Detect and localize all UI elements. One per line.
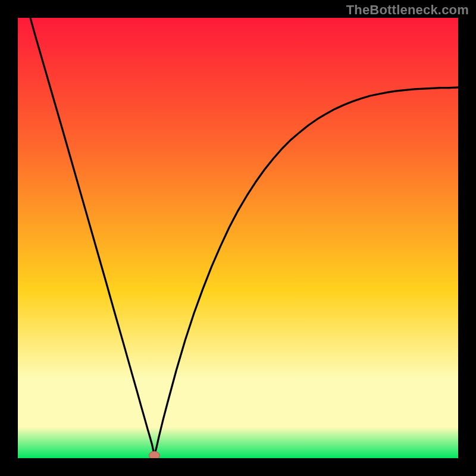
plot-svg <box>18 18 458 458</box>
optimal-point-marker <box>149 452 159 458</box>
gradient-background <box>18 18 458 458</box>
attribution-text: TheBottleneck.com <box>346 2 469 18</box>
chart-frame: TheBottleneck.com <box>0 0 476 476</box>
plot-area <box>18 18 458 458</box>
